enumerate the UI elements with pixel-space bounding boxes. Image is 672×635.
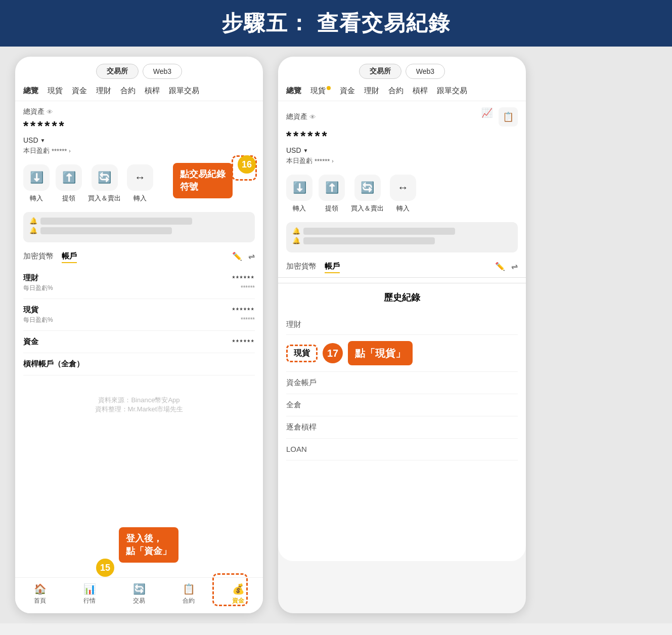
history-funds-account: 資金帳戶 [286, 372, 518, 394]
right-tab-web3[interactable]: Web3 [406, 64, 445, 79]
right-nav-leverage[interactable]: 槓桿 [413, 86, 428, 96]
right-account-tabs: 加密貨幣 帳戶 ✏️ ⇌ [278, 257, 526, 278]
pnl-chevron-icon[interactable]: › [69, 148, 70, 154]
left-nav-bar: 總覽 現貨 資金 理財 合約 槓桿 跟單交易 [15, 83, 263, 101]
nav-trade[interactable]: 🔄 交易 [133, 583, 146, 605]
eye-icon[interactable]: 👁 [47, 108, 53, 116]
watermark: 資料來源：Binance幣安App 資料整理：Mr.Market市場先生 [56, 396, 222, 414]
left-asset-stars: ****** [23, 118, 255, 134]
action-withdraw[interactable]: ⬆️ 提領 [56, 164, 82, 203]
transfer-icon: ↔️ [127, 164, 153, 191]
page-header: 步驟五： 查看交易紀錄 [0, 0, 672, 47]
left-nav-leverage[interactable]: 槓桿 [145, 86, 160, 96]
left-usd-row: USD ▼ [23, 136, 255, 144]
right-nav-copytrading[interactable]: 跟單交易 [437, 86, 467, 96]
page-title: 步驟五： 查看交易紀錄 [10, 9, 662, 37]
step-16-circle: 16 [238, 155, 256, 174]
right-eye-icon[interactable]: 👁 [309, 113, 316, 121]
right-action-transfer-in[interactable]: ⬇️ 轉入 [286, 175, 312, 213]
notif-row-2: 🔔 [29, 227, 249, 234]
left-nav-spot[interactable]: 現貨 [48, 86, 63, 96]
left-nav-funds[interactable]: 資金 [72, 86, 87, 96]
history-funds-label: 資金帳戶 [286, 376, 317, 389]
action-buy-sell[interactable]: 🔄 買入＆賣出 [88, 164, 121, 203]
left-crypto-tab[interactable]: 加密貨幣 [23, 251, 54, 263]
left-tab-row: 交易所 Web3 [15, 57, 263, 83]
bell-icon-1: 🔔 [29, 217, 37, 225]
right-transfer-icon: ↔️ [390, 175, 416, 201]
left-nav-copytrading[interactable]: 跟單交易 [169, 86, 199, 96]
right-notification-area: 🔔 🔔 [286, 222, 518, 252]
bell-icon-2: 🔔 [29, 227, 37, 234]
right-action-row: ⬇️ 轉入 ⬆️ 提領 🔄 買入＆賣出 ↔️ 轉入 [278, 170, 526, 218]
left-nav-contract[interactable]: 合約 [120, 86, 136, 96]
account-item-spot: 現貨 ****** 每日盈虧% ****** [23, 299, 255, 331]
right-pnl-chevron-icon[interactable]: › [332, 158, 333, 164]
finance-stars: ****** [232, 274, 255, 282]
account-item-funds: 資金 ****** [23, 331, 255, 353]
callout-box-17: 點「現貨」 [348, 341, 413, 365]
market-icon: 📊 [83, 583, 96, 595]
history-isolated-label: 逐倉槓桿 [286, 420, 317, 433]
notif-row-1: 🔔 [29, 217, 249, 225]
history-full-position-label: 全倉 [286, 398, 301, 411]
nav-market[interactable]: 📊 行情 [83, 583, 96, 605]
right-account-tab[interactable]: 帳戶 [325, 262, 340, 273]
right-nav-overview[interactable]: 總覽 [286, 86, 301, 96]
right-action-transfer[interactable]: ↔️ 轉入 [390, 175, 416, 213]
nav-contract[interactable]: 📋 合約 [183, 583, 195, 605]
left-phone-mockup: 交易所 Web3 總覽 現貨 資金 理財 合約 槓桿 跟單交易 總資產 👁 **… [15, 57, 263, 613]
left-nav-finance[interactable]: 理財 [96, 86, 111, 96]
home-icon: 🏠 [34, 583, 47, 595]
funds-stars: ****** [232, 338, 255, 346]
right-nav-contract[interactable]: 合約 [388, 86, 404, 96]
history-title: 歷史紀錄 [286, 283, 518, 308]
step-17-circle: 17 [323, 343, 343, 363]
right-asset-stars: ****** [286, 129, 518, 144]
right-asset-label: 總資產 👁 📈 📋 [286, 107, 518, 126]
trade-icon: 🔄 [133, 583, 146, 595]
right-withdraw-icon: ⬆️ [319, 175, 345, 201]
nav-home[interactable]: 🏠 首頁 [34, 583, 47, 605]
left-account-tabs: 加密貨幣 帳戶 ✏️ ⇌ [15, 246, 263, 263]
filter-icon[interactable]: ⇌ [248, 251, 255, 263]
history-loan: LOAN [286, 439, 518, 460]
edit-icon[interactable]: ✏️ [232, 251, 242, 263]
right-nav-funds[interactable]: 資金 [340, 86, 355, 96]
history-loan-label: LOAN [286, 443, 307, 455]
right-nav-finance[interactable]: 理財 [364, 86, 379, 96]
spot-label: 現貨 [23, 305, 38, 315]
right-record-icon[interactable]: 📋 [499, 107, 518, 126]
right-action-buy-sell[interactable]: 🔄 買入＆賣出 [351, 175, 384, 213]
right-daily-pnl: 本日盈虧 ****** › [286, 156, 518, 165]
right-action-withdraw[interactable]: ⬆️ 提領 [319, 175, 345, 213]
left-tab-exchange[interactable]: 交易所 [96, 64, 139, 79]
action-transfer-in[interactable]: ⬇️ 轉入 [23, 164, 50, 203]
transfer-in-icon: ⬇️ [23, 164, 50, 191]
contract-icon: 📋 [183, 583, 195, 595]
right-filter-icon[interactable]: ⇌ [511, 262, 518, 273]
history-spot-label[interactable]: 現貨 [294, 349, 310, 357]
leverage-label: 槓桿帳戶（全倉） [23, 359, 84, 369]
action-transfer[interactable]: ↔️ 轉入 [127, 164, 153, 203]
right-edit-icon[interactable]: ✏️ [495, 262, 505, 273]
right-tab-row: 交易所 Web3 [278, 57, 526, 83]
right-account-tab-icons: ✏️ ⇌ [495, 262, 518, 273]
left-account-tab[interactable]: 帳戶 [62, 251, 77, 263]
left-tab-web3[interactable]: Web3 [143, 64, 182, 79]
account-item-finance: 理財 ****** 每日盈虧% ****** [23, 267, 255, 299]
left-nav-overview[interactable]: 總覽 [23, 86, 38, 96]
history-isolated-leverage: 逐倉槓桿 [286, 416, 518, 439]
right-crypto-tab[interactable]: 加密貨幣 [286, 262, 317, 273]
left-asset-section: 總資產 👁 ****** USD ▼ 本日盈虧 ****** › [15, 101, 263, 159]
currency-dropdown-icon[interactable]: ▼ [40, 138, 46, 143]
right-chart-icon[interactable]: 📈 [481, 107, 492, 126]
right-nav-spot[interactable]: 現貨 [310, 86, 331, 96]
account-item-leverage: 槓桿帳戶（全倉） [23, 353, 255, 375]
right-asset-section: 總資產 👁 📈 📋 ****** USD ▼ 本日盈虧 * [278, 101, 526, 170]
left-daily-pnl: 本日盈虧 ****** › [23, 146, 255, 155]
main-content: 交易所 Web3 總覽 現貨 資金 理財 合約 槓桿 跟單交易 總資產 👁 **… [0, 47, 672, 623]
left-asset-label: 總資產 👁 [23, 107, 255, 116]
right-currency-dropdown-icon[interactable]: ▼ [303, 148, 308, 153]
right-tab-exchange[interactable]: 交易所 [359, 64, 401, 79]
